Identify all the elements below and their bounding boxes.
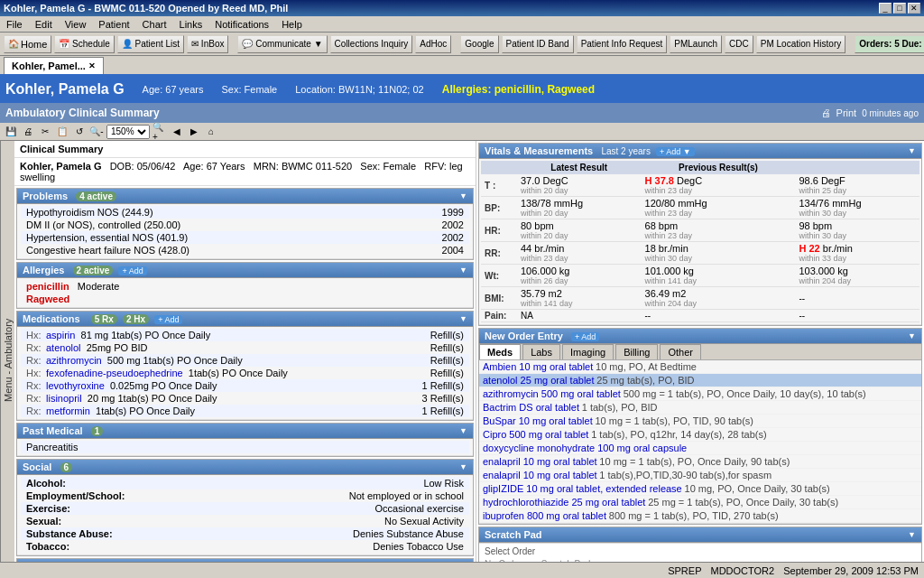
med-name: atenolol 25mg PO BID bbox=[46, 342, 430, 353]
menu-chart[interactable]: Chart bbox=[140, 18, 170, 31]
med-order-detail: 10 mg, PO, At Bedtime bbox=[596, 361, 697, 372]
list-item[interactable]: Cipro 500 mg oral tablet 1 tab(s), PO, q… bbox=[479, 428, 921, 442]
home-nav-icon[interactable]: ⌂ bbox=[204, 125, 218, 139]
zoom-in-icon[interactable]: 🔍+ bbox=[152, 125, 167, 139]
menu-notifications[interactable]: Notifications bbox=[212, 18, 272, 31]
list-item[interactable]: atenolol 25 mg oral tablet 25 mg tab(s),… bbox=[479, 374, 921, 387]
orders-button[interactable]: Orders: 5 Due: 10 Crit: 1 bbox=[855, 35, 924, 53]
med-name: metformin 1tab(s) PO Once Daily bbox=[46, 406, 422, 416]
go-back-icon[interactable]: ◀ bbox=[170, 125, 184, 139]
med-order-detail: 800 mg = 1 tab(s), PO, TID, 270 tab(s) bbox=[609, 510, 779, 521]
app-title: Kohler, Pamela G - BWMC 011-520 Opened b… bbox=[4, 3, 288, 14]
menu-view[interactable]: View bbox=[62, 18, 89, 31]
list-item[interactable]: Ambien 10 mg oral tablet 10 mg, PO, At B… bbox=[479, 360, 921, 374]
allergy-substance: Ragweed bbox=[26, 294, 69, 304]
adhoc-button[interactable]: AdHoc bbox=[415, 35, 451, 53]
social-collapse[interactable]: ▼ bbox=[459, 462, 467, 471]
list-item[interactable]: BuSpar 10 mg oral tablet 10 mg = 1 tab(s… bbox=[479, 415, 921, 428]
menu-links[interactable]: Links bbox=[177, 18, 206, 31]
tab-other[interactable]: Other bbox=[660, 344, 701, 359]
med-order-name: doxycycline monohydrate 100 mg oral caps… bbox=[483, 443, 687, 453]
tab-billing[interactable]: Billing bbox=[615, 344, 658, 359]
refresh-icon[interactable]: ↺ bbox=[72, 125, 87, 139]
social-label: Exercise: bbox=[26, 503, 70, 514]
add-vitals-button[interactable]: + Add ▼ bbox=[656, 147, 695, 156]
scratch-pad-collapse[interactable]: ▼ bbox=[908, 530, 916, 539]
menu-edit[interactable]: Edit bbox=[32, 18, 55, 31]
new-order-header[interactable]: New Order Entry + Add ▼ bbox=[479, 329, 921, 344]
list-item[interactable]: enalapril 10 mg oral tablet 1 tab(s),PO,… bbox=[479, 469, 921, 482]
new-order-collapse[interactable]: ▼ bbox=[908, 331, 916, 340]
pmlaunch-button[interactable]: PMLaunch bbox=[670, 35, 722, 53]
print-icon: 🖨 bbox=[821, 107, 831, 118]
list-item[interactable]: ibuprofen 800 mg oral tablet 800 mg = 1 … bbox=[479, 509, 921, 523]
menu-help[interactable]: Help bbox=[279, 18, 305, 31]
add-med-button[interactable]: + Add bbox=[154, 315, 182, 324]
problems-section: Problems 4 active ▼ Hypothyroidism NOS (… bbox=[16, 188, 474, 260]
patient-info-button[interactable]: Patient Info Request bbox=[577, 35, 668, 53]
patient-id-band-button[interactable]: Patient ID Band bbox=[502, 35, 574, 53]
maximize-button[interactable]: □ bbox=[893, 3, 906, 14]
social-header[interactable]: Social 6 ▼ bbox=[17, 460, 473, 475]
allergies-collapse[interactable]: ▼ bbox=[459, 266, 467, 275]
home-button[interactable]: 🏠 Home bbox=[4, 35, 51, 53]
past-medical-collapse[interactable]: ▼ bbox=[459, 426, 467, 435]
vitals-collapse[interactable]: ▼ bbox=[908, 146, 916, 155]
collections-button[interactable]: Collections Inquiry bbox=[330, 35, 413, 53]
allergy-severity: Moderate bbox=[78, 281, 119, 292]
list-item: Pancreatitis bbox=[21, 441, 469, 453]
med-order-detail: 500 mg = 1 tab(s), PO, Once Daily, 10 da… bbox=[624, 388, 866, 399]
pm-location-button[interactable]: PM Location History bbox=[756, 35, 845, 53]
menu-patient[interactable]: Patient bbox=[96, 18, 132, 31]
vitals-hr-latest: 80 bpm within 20 day bbox=[517, 219, 642, 242]
patient-tab[interactable]: Kohler, Pamel... ✕ bbox=[4, 57, 104, 74]
save-icon[interactable]: 💾 bbox=[4, 125, 18, 139]
tab-meds[interactable]: Meds bbox=[479, 344, 521, 359]
inbox-button[interactable]: ✉ InBox bbox=[187, 35, 228, 53]
medications-header[interactable]: Medications 5 Rx 2 Hx + Add ▼ bbox=[17, 312, 473, 327]
vitals-rr-prev: 18 br./min within 30 day bbox=[642, 242, 796, 265]
add-order-button[interactable]: + Add bbox=[571, 332, 599, 341]
patient-list-button[interactable]: 👤 Patient List bbox=[117, 35, 184, 53]
tab-close-button[interactable]: ✕ bbox=[88, 61, 96, 70]
medications-collapse[interactable]: ▼ bbox=[459, 314, 467, 323]
cut-icon[interactable]: ✂ bbox=[38, 125, 52, 139]
close-button[interactable]: ✕ bbox=[908, 3, 920, 14]
med-order-name: Bactrim DS oral tablet bbox=[483, 402, 579, 413]
list-item[interactable]: hydrochlorothiazide 25 mg oral tablet 25… bbox=[479, 496, 921, 509]
problems-collapse[interactable]: ▼ bbox=[459, 191, 467, 200]
print-icon2[interactable]: 🖨 bbox=[21, 125, 35, 139]
add-allergy-button[interactable]: + Add bbox=[118, 266, 146, 275]
vitals-header[interactable]: Vitals & Measurements Last 2 years + Add… bbox=[479, 144, 921, 159]
go-forward-icon[interactable]: ▶ bbox=[187, 125, 201, 139]
list-item[interactable]: Bactrim DS oral tablet 1 tab(s), PO, BID bbox=[479, 401, 921, 415]
problems-header[interactable]: Problems 4 active ▼ bbox=[17, 189, 473, 204]
cdc-button[interactable]: CDC bbox=[725, 35, 753, 53]
vitals-label-bp: BP: bbox=[481, 197, 517, 219]
zoom-out-icon[interactable]: 🔍- bbox=[89, 125, 104, 139]
vitals-wt-prev: 101.000 kg within 141 day bbox=[642, 265, 796, 287]
list-item[interactable]: enalapril 10 mg oral tablet 10 mg = 1 ta… bbox=[479, 455, 921, 469]
schedule-button[interactable]: 📅 Schedule bbox=[54, 35, 114, 53]
google-button[interactable]: Google bbox=[460, 35, 498, 53]
past-medical-title: Past Medical 1 bbox=[23, 425, 103, 436]
list-item[interactable]: azithromycin 500 mg oral tablet 500 mg =… bbox=[479, 387, 921, 401]
med-order-detail: 1 tab(s), PO, q12hr, 14 day(s), 28 tab(s… bbox=[591, 429, 766, 440]
tab-imaging[interactable]: Imaging bbox=[562, 344, 614, 359]
tab-labs[interactable]: Labs bbox=[522, 344, 560, 359]
list-item[interactable]: glipIZIDE 10 mg oral tablet, extended re… bbox=[479, 482, 921, 496]
scratch-pad-header[interactable]: Scratch Pad ▼ bbox=[479, 527, 921, 543]
cs-patient-name: Kohler, Pamela G bbox=[20, 161, 101, 172]
med-order-name: Ambien 10 mg oral tablet bbox=[483, 361, 593, 372]
communicate-button[interactable]: 💬 Communicate ▼ bbox=[237, 35, 327, 53]
zoom-select[interactable]: 150% 100% 75% bbox=[106, 125, 150, 139]
menu-file[interactable]: File bbox=[4, 18, 25, 31]
print-label[interactable]: Print bbox=[836, 107, 857, 118]
past-medical-header[interactable]: Past Medical 1 ▼ bbox=[17, 424, 473, 439]
allergies-header[interactable]: Allergies 2 active + Add ▼ bbox=[17, 263, 473, 278]
minimize-button[interactable]: _ bbox=[879, 3, 892, 14]
list-item[interactable]: doxycycline monohydrate 100 mg oral caps… bbox=[479, 442, 921, 455]
copy-icon[interactable]: 📋 bbox=[55, 125, 69, 139]
vitals-col-prev: Previous Result(s) bbox=[642, 161, 796, 174]
order-tabs: Meds Labs Imaging Billing Other bbox=[479, 344, 921, 360]
